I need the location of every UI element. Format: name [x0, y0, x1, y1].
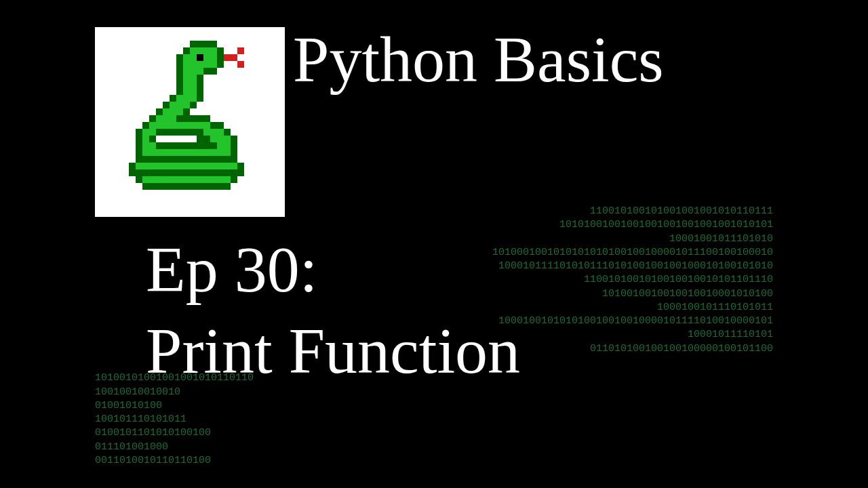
svg-rect-103 — [224, 136, 231, 142]
svg-rect-196 — [217, 176, 224, 183]
svg-rect-4 — [183, 47, 190, 54]
svg-rect-36 — [190, 75, 197, 81]
svg-rect-132 — [217, 149, 224, 156]
svg-rect-17 — [224, 54, 231, 61]
svg-rect-209 — [210, 183, 217, 190]
svg-rect-67 — [190, 115, 197, 122]
svg-rect-125 — [170, 149, 176, 156]
svg-rect-5 — [190, 47, 197, 54]
svg-rect-161 — [203, 163, 210, 169]
svg-rect-150 — [129, 163, 136, 169]
svg-rect-73 — [163, 122, 170, 129]
svg-rect-180 — [217, 169, 224, 176]
svg-rect-16 — [217, 54, 224, 61]
svg-rect-48 — [183, 95, 190, 102]
svg-rect-140 — [170, 156, 176, 163]
svg-rect-152 — [142, 163, 149, 169]
svg-rect-207 — [197, 183, 203, 190]
svg-rect-187 — [156, 176, 163, 183]
svg-rect-172 — [163, 169, 170, 176]
svg-rect-144 — [197, 156, 203, 163]
svg-rect-26 — [210, 61, 217, 68]
svg-rect-153 — [149, 163, 156, 169]
svg-rect-7 — [203, 47, 210, 54]
episode-label: Ep 30: — [146, 237, 317, 302]
svg-rect-192 — [190, 176, 197, 183]
svg-rect-84 — [149, 129, 156, 136]
svg-rect-151 — [136, 163, 142, 169]
svg-rect-62 — [156, 115, 163, 122]
svg-rect-20 — [237, 61, 244, 68]
svg-rect-170 — [149, 169, 156, 176]
python-snake-icon — [108, 41, 271, 203]
svg-rect-91 — [197, 129, 203, 136]
svg-rect-143 — [190, 156, 197, 163]
svg-rect-46 — [170, 95, 176, 102]
svg-rect-10 — [176, 54, 183, 61]
svg-rect-78 — [197, 122, 203, 129]
svg-rect-190 — [176, 176, 183, 183]
logo-container — [95, 27, 285, 217]
svg-rect-99 — [197, 136, 203, 142]
svg-rect-101 — [210, 136, 217, 142]
svg-rect-174 — [176, 169, 183, 176]
svg-rect-211 — [224, 183, 231, 190]
svg-rect-173 — [170, 169, 176, 176]
svg-rect-44 — [190, 88, 197, 95]
svg-rect-61 — [149, 115, 156, 122]
svg-rect-201 — [156, 183, 163, 190]
svg-rect-79 — [203, 122, 210, 129]
svg-rect-194 — [203, 176, 210, 183]
svg-rect-65 — [176, 115, 183, 122]
svg-rect-37 — [197, 75, 203, 81]
svg-rect-166 — [237, 163, 244, 169]
svg-rect-156 — [170, 163, 176, 169]
svg-rect-23 — [190, 61, 197, 68]
svg-rect-60 — [183, 108, 190, 115]
svg-rect-9 — [217, 47, 224, 54]
svg-rect-69 — [203, 115, 210, 122]
svg-rect-97 — [142, 136, 149, 142]
svg-rect-169 — [142, 169, 149, 176]
svg-rect-120 — [136, 149, 142, 156]
svg-rect-57 — [163, 108, 170, 115]
svg-rect-14 — [203, 54, 210, 61]
svg-rect-126 — [176, 149, 183, 156]
svg-rect-189 — [170, 176, 176, 183]
svg-rect-82 — [136, 129, 142, 136]
svg-rect-195 — [210, 176, 217, 183]
svg-rect-81 — [217, 122, 224, 129]
svg-rect-157 — [176, 163, 183, 169]
svg-rect-181 — [224, 169, 231, 176]
svg-rect-1 — [197, 41, 203, 47]
svg-rect-208 — [203, 183, 210, 190]
svg-rect-115 — [203, 142, 210, 149]
svg-rect-178 — [203, 169, 210, 176]
svg-rect-32 — [203, 68, 210, 75]
svg-rect-102 — [217, 136, 224, 142]
svg-rect-168 — [136, 169, 142, 176]
svg-rect-139 — [163, 156, 170, 163]
svg-rect-186 — [149, 176, 156, 183]
svg-rect-136 — [142, 156, 149, 163]
svg-rect-31 — [197, 68, 203, 75]
svg-rect-27 — [217, 61, 224, 68]
svg-rect-63 — [163, 115, 170, 122]
svg-rect-77 — [190, 122, 197, 129]
svg-rect-202 — [163, 183, 170, 190]
svg-rect-137 — [149, 156, 156, 163]
svg-rect-167 — [129, 169, 136, 176]
svg-rect-106 — [142, 142, 149, 149]
svg-rect-165 — [231, 163, 237, 169]
svg-rect-55 — [190, 102, 197, 108]
svg-rect-123 — [156, 149, 163, 156]
svg-rect-42 — [176, 88, 183, 95]
svg-rect-59 — [176, 108, 183, 115]
svg-rect-164 — [224, 163, 231, 169]
svg-rect-88 — [176, 129, 183, 136]
svg-rect-160 — [197, 163, 203, 169]
svg-rect-119 — [231, 142, 237, 149]
svg-rect-56 — [156, 108, 163, 115]
svg-rect-94 — [217, 129, 224, 136]
svg-rect-204 — [176, 183, 183, 190]
